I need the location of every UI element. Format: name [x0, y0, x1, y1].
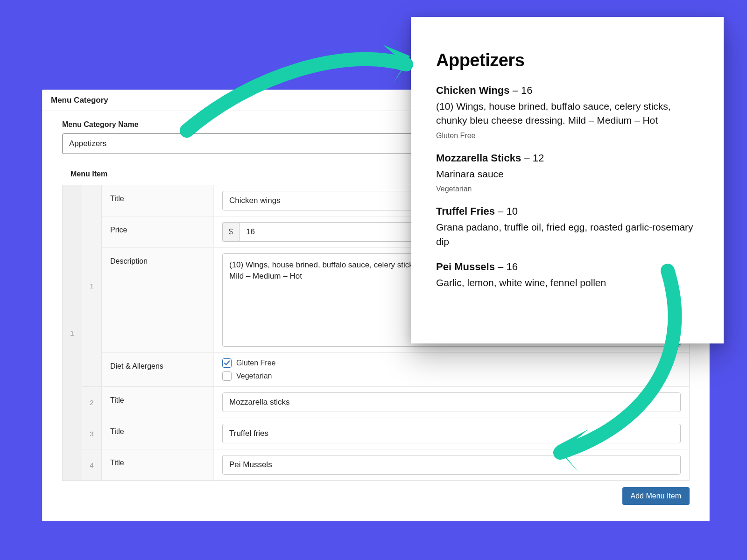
preview-item-price: – 16	[498, 261, 518, 273]
diet-option-glutenfree[interactable]: Gluten Free	[222, 358, 275, 368]
preview-item-name: Mozzarella Sticks	[436, 152, 521, 164]
menu-item-row: 2 Title	[82, 387, 689, 418]
preview-item: Chicken Wings – 16 (10) Wings, house bri…	[436, 84, 698, 140]
preview-item-desc: Grana padano, truffle oil, fried egg, ro…	[436, 220, 698, 249]
preview-item-desc: Garlic, lemon, white wine, fennel pollen	[436, 276, 698, 290]
category-index: 1	[63, 185, 82, 480]
add-menu-item-button[interactable]: Add Menu Item	[622, 487, 690, 505]
title-label: Title	[102, 387, 214, 418]
title-label: Title	[102, 449, 214, 480]
diet-option-vegetarian[interactable]: Vegetarian	[222, 371, 272, 381]
diet-label: Diet & Allergens	[102, 353, 214, 386]
preview-item-name: Chicken Wings	[436, 84, 510, 96]
item-index: 3	[82, 418, 102, 449]
menu-preview-card: Appetizers Chicken Wings – 16 (10) Wings…	[411, 17, 724, 343]
currency-prefix: $	[222, 222, 239, 242]
title-label: Title	[102, 185, 214, 216]
item-title-input[interactable]	[222, 424, 681, 443]
menu-item-row: 4 Title	[82, 449, 689, 480]
preview-item-tag: Gluten Free	[436, 132, 698, 140]
preview-item-desc: (10) Wings, house brined, buffalo sauce,…	[436, 99, 698, 128]
preview-item-price: – 16	[513, 84, 533, 96]
preview-item-price: – 12	[524, 152, 544, 164]
title-label: Title	[102, 418, 214, 449]
preview-item: Pei Mussels – 16 Garlic, lemon, white wi…	[436, 261, 698, 290]
price-label: Price	[102, 217, 214, 247]
diet-option-label: Vegetarian	[236, 372, 272, 380]
preview-item-desc: Marinara sauce	[436, 167, 698, 181]
item-index: 4	[82, 449, 102, 480]
checkbox-icon	[222, 371, 232, 381]
preview-item-name: Truffel Fries	[436, 205, 495, 217]
preview-item-name: Pei Mussels	[436, 261, 495, 273]
preview-item-tag: Vegetarian	[436, 185, 698, 193]
item-title-input[interactable]	[222, 392, 681, 412]
menu-item-row: 3 Title	[82, 418, 689, 449]
preview-item: Mozzarella Sticks – 12 Marinara sauce Ve…	[436, 152, 698, 193]
preview-category-title: Appetizers	[436, 50, 698, 70]
preview-item-price: – 10	[498, 205, 518, 217]
item-index: 2	[82, 387, 102, 418]
item-title-input[interactable]	[222, 455, 681, 475]
checkbox-icon	[222, 358, 232, 368]
preview-item: Truffel Fries – 10 Grana padano, truffle…	[436, 205, 698, 249]
diet-option-label: Gluten Free	[236, 359, 275, 367]
item-index: 1	[82, 185, 102, 386]
description-label: Description	[102, 248, 214, 352]
